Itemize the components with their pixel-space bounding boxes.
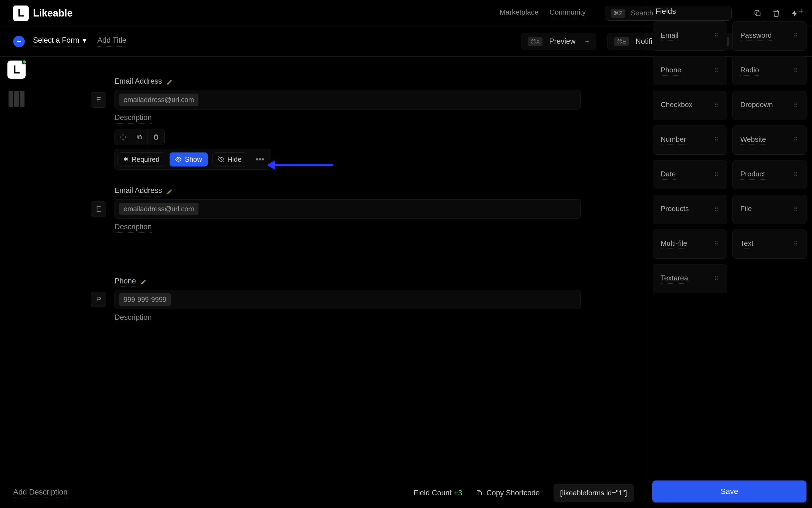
drag-handle-icon[interactable]: ⠿	[794, 102, 799, 109]
field-tile-text[interactable]: Text⠿	[732, 229, 807, 259]
field-tile-dropdown[interactable]: Dropdown⠿	[732, 91, 807, 120]
show-chip[interactable]: Show	[170, 153, 208, 167]
field-toolbar: ✱ Required Show Hide •••	[115, 129, 581, 170]
rail-workspace-icon[interactable]: L	[7, 60, 26, 79]
nav-marketplace[interactable]: Marketplace	[500, 8, 539, 18]
preview-pill[interactable]: ⌘X Preview +	[521, 33, 596, 50]
add-form-button[interactable]: +	[13, 36, 25, 47]
preview-label: Preview	[549, 37, 575, 46]
field-tile-label: Phone	[660, 66, 681, 76]
pencil-icon[interactable]	[167, 79, 173, 85]
eye-off-icon	[218, 156, 224, 162]
field-input[interactable]: 999-999-9999	[115, 290, 581, 309]
fields-grid: Email⠿ Password⠿ Phone⠿ Radio⠿ Checkbox⠿…	[653, 22, 807, 293]
required-chip[interactable]: ✱ Required	[118, 153, 165, 167]
field-label[interactable]: Phone	[115, 277, 136, 287]
field-tile-textarea[interactable]: Textarea⠿	[653, 264, 727, 293]
save-button[interactable]: Save	[652, 480, 807, 503]
hide-chip[interactable]: Hide	[212, 153, 247, 167]
pencil-icon[interactable]	[167, 188, 173, 195]
field-tile-number[interactable]: Number⠿	[653, 125, 727, 155]
field-tile-multifile[interactable]: Multi-file⠿	[653, 229, 727, 259]
move-button[interactable]	[115, 129, 131, 145]
field-tile-file[interactable]: File⠿	[732, 195, 807, 224]
field-count: Field Count +3	[414, 489, 462, 497]
pencil-icon[interactable]	[140, 279, 146, 285]
field-block-phone: Phone P 999-999-9999 Description	[91, 277, 581, 323]
arrow-head-icon	[267, 160, 275, 170]
field-count-value: +3	[454, 489, 462, 497]
field-description[interactable]: Description	[115, 313, 152, 323]
drag-handle-icon[interactable]: ⠿	[714, 33, 719, 40]
field-tile-label: Products	[660, 205, 689, 214]
drag-handle-icon[interactable]: ⠿	[714, 275, 719, 282]
grid-layout-icon	[8, 91, 25, 107]
field-tile-label: Text	[740, 239, 754, 249]
drag-handle-icon[interactable]: ⠿	[794, 171, 799, 178]
duplicate-button[interactable]	[131, 129, 148, 145]
search-shortcut-badge: ⌘Z	[611, 9, 625, 17]
field-tile-products[interactable]: Products⠿	[653, 195, 727, 224]
more-options-button[interactable]: •••	[252, 152, 268, 167]
field-placeholder-chip: emailaddress@url.com	[119, 93, 199, 106]
field-tile-label: Dropdown	[740, 100, 773, 110]
field-tile-checkbox[interactable]: Checkbox⠿	[653, 91, 727, 120]
delete-button[interactable]	[148, 129, 164, 145]
field-tile-radio[interactable]: Radio⠿	[732, 56, 807, 85]
field-tile-label: Multi-file	[660, 239, 687, 249]
fields-panel-header: Fields +	[653, 7, 807, 22]
field-tile-password[interactable]: Password⠿	[732, 22, 807, 51]
brand-logo-icon: L	[13, 5, 29, 21]
field-input[interactable]: emailaddress@url.com	[115, 199, 581, 219]
arrow-line	[275, 164, 333, 166]
add-field-button[interactable]: +	[799, 7, 804, 16]
drag-handle-icon[interactable]: ⠿	[794, 206, 799, 213]
drag-handle-icon[interactable]: ⠿	[714, 171, 719, 178]
copy-shortcode-button[interactable]: Copy Shortcode	[476, 489, 540, 497]
add-description-input[interactable]: Add Description	[13, 488, 68, 498]
field-description[interactable]: Description	[115, 113, 152, 124]
drag-handle-icon[interactable]: ⠿	[714, 206, 719, 213]
drag-handle-icon[interactable]: ⠿	[794, 136, 799, 144]
rail-layout-icon[interactable]	[7, 90, 26, 108]
field-tile-label: Number	[660, 135, 686, 145]
field-tile-label: Email	[660, 31, 679, 41]
svg-rect-4	[478, 492, 481, 495]
fields-panel-title: Fields	[655, 7, 676, 16]
field-label[interactable]: Email Address	[115, 186, 162, 197]
chevron-down-icon: ▾	[83, 36, 86, 45]
field-tile-product[interactable]: Product⠿	[732, 160, 807, 189]
drag-handle-icon[interactable]: ⠿	[714, 136, 719, 144]
brand-logo-text: Likeable	[33, 7, 73, 19]
drag-handle-icon[interactable]: ⠿	[714, 241, 719, 248]
field-tile-label: Date	[660, 170, 676, 180]
field-type-letter: E	[91, 92, 106, 108]
form-selector[interactable]: Select a Form ▾	[33, 36, 86, 47]
preview-plus-icon[interactable]: +	[585, 37, 589, 46]
shortcode-display[interactable]: [likeableforms id="1"]	[554, 484, 634, 502]
field-type-letter: E	[91, 202, 106, 217]
field-description[interactable]: Description	[115, 223, 152, 233]
field-tile-label: Product	[740, 170, 765, 180]
preview-shortcut: ⌘X	[528, 37, 543, 46]
form-canvas: Email Address E emailaddress@url.com Des…	[36, 60, 636, 475]
field-tile-phone[interactable]: Phone⠿	[653, 56, 727, 85]
brand-logo[interactable]: L Likeable	[13, 5, 73, 21]
drag-handle-icon[interactable]: ⠿	[794, 67, 799, 74]
field-tile-website[interactable]: Website⠿	[732, 125, 807, 155]
drag-handle-icon[interactable]: ⠿	[714, 102, 719, 109]
add-title-input[interactable]: Add Title	[97, 36, 126, 47]
field-tile-email[interactable]: Email⠿	[653, 22, 727, 51]
eye-icon	[175, 156, 181, 162]
field-tile-date[interactable]: Date⠿	[653, 160, 727, 189]
nav-community[interactable]: Community	[550, 8, 586, 18]
drag-handle-icon[interactable]: ⠿	[794, 241, 799, 248]
drag-handle-icon[interactable]: ⠿	[714, 67, 719, 74]
field-input[interactable]: emailaddress@url.com	[115, 90, 581, 110]
drag-handle-icon[interactable]: ⠿	[794, 33, 799, 40]
status-online-dot	[22, 59, 27, 65]
field-label[interactable]: Email Address	[115, 77, 162, 87]
field-count-label: Field Count	[414, 489, 452, 497]
field-tile-label: Password	[740, 31, 772, 41]
copy-shortcode-label: Copy Shortcode	[486, 489, 540, 497]
